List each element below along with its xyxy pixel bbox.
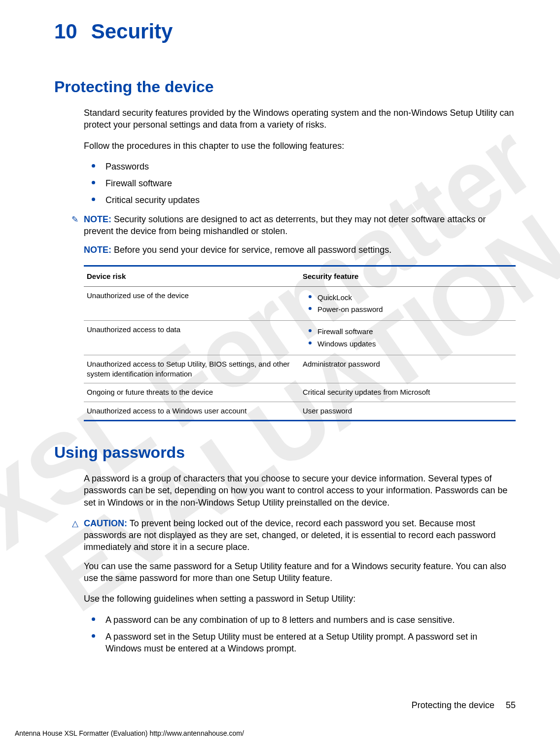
feature-bullets: Passwords Firewall software Critical sec… [84,161,516,206]
note-icon: ✎ [70,214,80,226]
list-item: Passwords [84,161,516,172]
page-number: 55 [506,700,516,710]
para: Standard security features provided by t… [84,107,516,131]
cell-risk: Unauthorized access to data [84,321,300,355]
list-item: Critical security updates [84,194,516,206]
list-item: Firewall software [84,177,516,189]
list-item: Power-on password [303,305,513,314]
cell-risk: Unauthorized use of the device [84,286,300,321]
guidelines-bullets: A password can be any combination of up … [84,614,516,655]
list-item: A password set in the Setup Utility must… [84,631,516,655]
note-label: NOTE: [84,245,111,255]
table-row: Unauthorized access to Setup Utility, BI… [84,355,516,383]
col-header-risk: Device risk [84,266,300,286]
list-item: Firewall software [303,327,513,337]
list-item-label: Power-on password [317,305,383,313]
table-row: Ongoing or future threats to the device … [84,383,516,402]
list-item-label: Firewall software [105,178,172,188]
cell-feature: Administrator password [300,355,516,383]
caution-text: To prevent being locked out of the devic… [84,518,495,552]
caution-label: CAUTION: [84,518,127,528]
list-item-label: A password can be any combination of up … [105,615,455,625]
list-item-label: Passwords [105,162,149,171]
caution-icon: △ [70,518,80,530]
table-row: Unauthorized use of the device QuickLock… [84,286,516,321]
list-item-label: Windows updates [317,340,376,348]
note-callout: NOTE: Before you send your device for se… [84,244,516,256]
content: 10Security Protecting the device Standar… [54,20,516,654]
footer-credit: Antenna House XSL Formatter (Evaluation)… [15,729,244,737]
note-text: Security solutions are designed to act a… [84,214,486,236]
chapter-number: 10 [54,20,77,43]
section-protecting-body: Standard security features provided by t… [84,107,516,421]
section-passwords-body: A password is a group of characters that… [84,473,516,655]
note-text: Before you send your device for service,… [114,245,391,255]
cell-feature: QuickLock Power-on password [300,286,516,321]
cell-risk: Unauthorized access to Setup Utility, BI… [84,355,300,383]
cell-risk: Unauthorized access to a Windows user ac… [84,402,300,420]
para: Use the following guidelines when settin… [84,593,516,605]
cell-feature: Firewall software Windows updates [300,321,516,355]
list-item: QuickLock [303,293,513,303]
list-item: Windows updates [303,339,513,349]
para: You can use the same password for a Setu… [84,560,516,584]
section-protecting-heading: Protecting the device [54,78,516,96]
cell-risk: Ongoing or future threats to the device [84,383,300,402]
footer-section: Protecting the device [412,700,494,710]
risk-table: Device risk Security feature Unauthorize… [84,265,516,421]
table-row: Unauthorized access to a Windows user ac… [84,402,516,420]
list-item-label: Firewall software [317,327,373,336]
section-passwords-heading: Using passwords [54,443,516,462]
chapter-title: Security [91,20,173,43]
list-item-label: Critical security updates [105,195,200,205]
caution-callout: △ CAUTION: To prevent being locked out o… [70,517,516,553]
note-callout: ✎ NOTE: Security solutions are designed … [70,213,516,238]
note-label: NOTE: [84,214,111,224]
footer-right: Protecting the device 55 [412,700,516,711]
col-header-feature: Security feature [300,266,516,286]
list-item-label: A password set in the Setup Utility must… [105,632,477,653]
list-item-label: QuickLock [317,293,352,302]
chapter-heading: 10Security [54,20,516,43]
para: Follow the procedures in this chapter to… [84,140,516,152]
para: A password is a group of characters that… [84,473,516,509]
page: XSL Formatter EVALUATION 10Security Prot… [0,0,560,750]
table-row: Unauthorized access to data Firewall sof… [84,321,516,355]
cell-feature: Critical security updates from Microsoft [300,383,516,402]
table-header-row: Device risk Security feature [84,266,516,286]
cell-feature: User password [300,402,516,420]
list-item: A password can be any combination of up … [84,614,516,626]
